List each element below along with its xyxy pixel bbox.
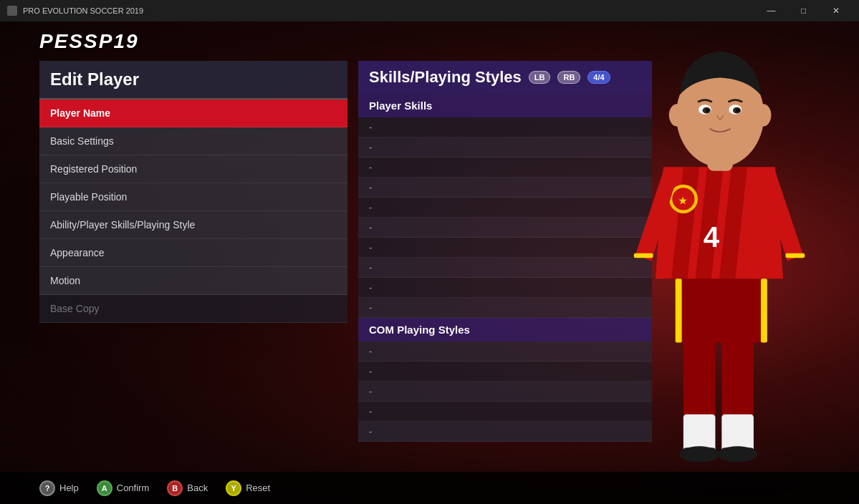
logo-text: PESSP19: [39, 30, 139, 53]
menu-item-playable-position[interactable]: Playable Position: [39, 183, 347, 211]
left-panel-title: Edit Player: [39, 61, 347, 100]
help-button[interactable]: ? Help: [39, 480, 79, 496]
svg-rect-22: [683, 448, 716, 457]
app-icon: [7, 6, 17, 16]
svg-point-15: [736, 108, 740, 112]
player-area: 4 ★: [580, 21, 859, 504]
title-bar-left: PRO EVOLUTION SOCCER 2019: [7, 6, 143, 16]
svg-text:4: 4: [704, 221, 720, 253]
svg-point-17: [755, 104, 771, 126]
confirm-button[interactable]: A Confirm: [97, 480, 150, 496]
menu-item-player-name[interactable]: Player Name: [39, 100, 347, 127]
menu-item-motion[interactable]: Motion: [39, 267, 347, 295]
svg-rect-25: [785, 253, 805, 258]
reset-label: Reset: [246, 483, 270, 493]
close-button[interactable]: ✕: [820, 0, 852, 21]
reset-icon: Y: [226, 480, 241, 496]
player-figure: 4 ★: [580, 21, 859, 504]
minimize-button[interactable]: —: [755, 0, 787, 21]
left-panel: Edit Player Player Name Basic Settings R…: [39, 61, 347, 504]
menu-item-basic-settings[interactable]: Basic Settings: [39, 127, 347, 155]
confirm-icon: A: [97, 480, 112, 496]
badge-rb: RB: [557, 71, 580, 84]
window-controls: — □ ✕: [755, 0, 852, 21]
svg-rect-26: [676, 278, 682, 342]
back-label: Back: [187, 483, 208, 493]
reset-button[interactable]: Y Reset: [226, 480, 270, 496]
svg-rect-27: [761, 278, 767, 342]
right-panel-title-text: Skills/Playing Styles: [369, 68, 522, 87]
svg-point-14: [706, 108, 710, 112]
help-label: Help: [59, 483, 79, 493]
menu-item-registered-position[interactable]: Registered Position: [39, 155, 347, 183]
window-title: PRO EVOLUTION SOCCER 2019: [23, 6, 143, 15]
help-icon: ?: [39, 480, 55, 496]
svg-rect-3: [676, 278, 767, 342]
back-button[interactable]: B Back: [167, 480, 208, 496]
svg-rect-23: [721, 448, 754, 457]
svg-point-16: [669, 104, 685, 126]
bottom-bar: ? Help A Confirm B Back Y Reset: [0, 472, 859, 504]
maximize-button[interactable]: □: [787, 0, 820, 21]
svg-rect-24: [634, 253, 653, 258]
badge-lb: LB: [529, 71, 551, 84]
svg-text:★: ★: [678, 195, 687, 206]
menu-item-ability-skills[interactable]: Ability/Player Skills/Playing Style: [39, 211, 347, 239]
confirm-label: Confirm: [117, 483, 150, 493]
back-icon: B: [167, 480, 183, 496]
menu-item-appearance[interactable]: Appearance: [39, 239, 347, 267]
title-bar: PRO EVOLUTION SOCCER 2019 — □ ✕: [0, 0, 859, 21]
menu-item-base-copy: Base Copy: [39, 295, 347, 323]
menu-list: Player Name Basic Settings Registered Po…: [39, 100, 347, 323]
